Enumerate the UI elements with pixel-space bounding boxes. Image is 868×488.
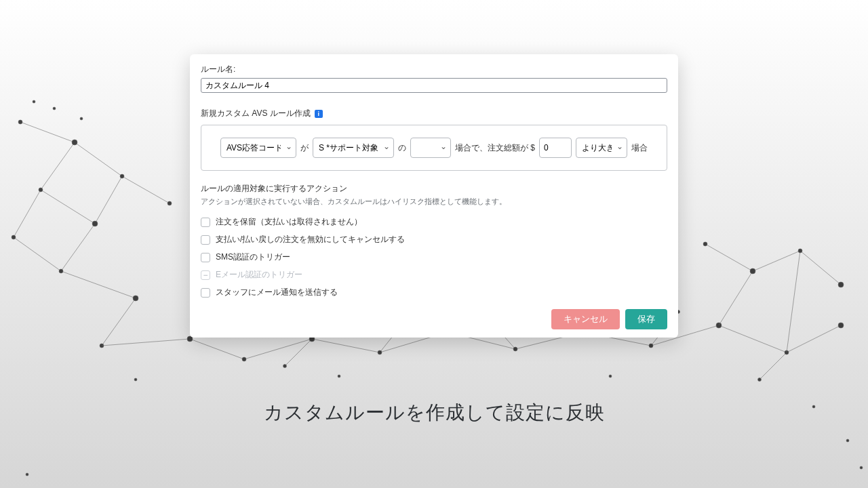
svg-line-56: [753, 251, 800, 271]
svg-point-66: [80, 117, 83, 120]
actions-title: ルールの適用対象に実行するアクション: [201, 183, 667, 195]
txt-ga: が: [300, 142, 309, 154]
new-rule-section-title: 新規カスタム AVS ルール作成 i: [201, 108, 667, 119]
page-caption: カスタムルールを作成して設定に反映: [0, 400, 868, 426]
svg-point-46: [716, 323, 722, 328]
svg-line-31: [787, 325, 841, 352]
svg-point-60: [703, 242, 707, 246]
svg-point-17: [100, 344, 104, 348]
svg-point-48: [838, 323, 844, 328]
svg-point-20: [12, 235, 16, 239]
svg-line-10: [14, 237, 61, 271]
svg-line-58: [719, 271, 753, 325]
svg-line-24: [312, 339, 380, 352]
svg-point-45: [649, 344, 653, 348]
svg-line-8: [122, 176, 170, 203]
check-notify-staff-label: スタッフにメール通知を送信する: [216, 287, 338, 298]
check-void-order[interactable]: 支払い/払い戻しの注文を無効にしてキャンセルする: [201, 234, 667, 245]
svg-point-19: [167, 201, 172, 205]
actions-checklist: 注文を保留（支払いは取得されません） 支払い/払い戻しの注文を無効にしてキャンセ…: [201, 216, 667, 298]
svg-line-57: [800, 251, 841, 285]
check-sms-trigger-box[interactable]: [201, 253, 210, 262]
svg-line-9: [14, 190, 41, 237]
svg-point-18: [120, 174, 124, 178]
new-rule-title-text: 新規カスタム AVS ルール作成: [201, 108, 311, 119]
svg-line-2: [41, 190, 95, 224]
check-hold-order-box[interactable]: [201, 218, 210, 227]
cancel-button[interactable]: キャンセル: [551, 309, 620, 329]
svg-line-6: [75, 142, 122, 176]
txt-case-total: 場合で、注文総額が $: [455, 142, 535, 154]
svg-line-59: [787, 251, 800, 352]
minus-icon: −: [201, 270, 210, 280]
svg-point-12: [72, 140, 77, 145]
svg-point-68: [338, 375, 340, 378]
svg-point-54: [758, 378, 762, 382]
svg-point-11: [18, 120, 22, 124]
svg-point-16: [133, 296, 138, 301]
svg-point-63: [838, 282, 844, 287]
check-sms-trigger-label: SMS認証のトリガー: [216, 251, 290, 263]
check-void-order-label: 支払い/払い戻しの注文を無効にしてキャンセルする: [216, 234, 405, 245]
svg-line-21: [102, 339, 190, 346]
svg-point-41: [378, 350, 382, 354]
check-email-trigger-label: Eメール認証のトリガー: [216, 269, 302, 281]
check-email-trigger: − Eメール認証のトリガー: [201, 269, 667, 281]
support-select[interactable]: S *サポート対象外: [313, 138, 394, 158]
check-notify-staff-box[interactable]: [201, 288, 210, 298]
svg-point-67: [134, 378, 137, 381]
rule-name-input[interactable]: [201, 78, 667, 93]
svg-point-47: [785, 350, 789, 354]
svg-line-23: [244, 339, 312, 359]
save-button[interactable]: 保存: [625, 309, 667, 329]
svg-line-22: [190, 339, 244, 359]
amount-input[interactable]: [539, 138, 572, 158]
check-hold-order[interactable]: 注文を保留（支払いは取得されません）: [201, 216, 667, 228]
info-icon[interactable]: i: [315, 110, 323, 118]
svg-point-73: [26, 473, 28, 476]
blank-select[interactable]: [410, 138, 451, 158]
txt-no: の: [398, 142, 406, 154]
modal-footer: キャンセル 保存: [201, 309, 667, 329]
svg-point-39: [242, 357, 246, 361]
check-hold-order-label: 注文を保留（支払いは取得されません）: [216, 216, 362, 228]
svg-point-50: [283, 365, 287, 368]
svg-point-13: [39, 188, 43, 192]
svg-line-3: [61, 224, 95, 271]
svg-point-61: [750, 268, 755, 274]
check-sms-trigger[interactable]: SMS認証のトリガー: [201, 251, 667, 263]
svg-line-30: [719, 325, 787, 352]
svg-point-72: [860, 466, 863, 469]
check-notify-staff[interactable]: スタッフにメール通知を送信する: [201, 287, 667, 298]
svg-point-65: [53, 107, 56, 110]
svg-line-5: [102, 298, 136, 346]
svg-line-33: [285, 339, 312, 366]
custom-rule-modal: ルール名: 新規カスタム AVS ルール作成 i AVS応答コード が S *サ…: [190, 54, 678, 338]
svg-point-14: [92, 221, 98, 226]
svg-line-1: [41, 142, 75, 190]
svg-line-0: [20, 122, 75, 142]
svg-line-7: [95, 176, 122, 224]
svg-line-55: [705, 244, 753, 271]
svg-point-69: [609, 375, 612, 378]
avs-code-select[interactable]: AVS応答コード: [220, 138, 296, 158]
svg-line-37: [760, 352, 787, 380]
check-void-order-box[interactable]: [201, 235, 210, 245]
svg-point-43: [513, 347, 517, 351]
svg-point-62: [798, 249, 802, 253]
svg-line-4: [61, 271, 136, 298]
rule-builder: AVS応答コード が S *サポート対象外 の 場合で、注文総額が $ より大き…: [201, 125, 667, 171]
txt-case: 場合: [631, 142, 648, 154]
svg-point-71: [846, 439, 849, 442]
comparator-select[interactable]: より大きい: [576, 138, 627, 158]
actions-hint: アクションが選択されていない場合、カスタムルールはハイリスク指標として機能します…: [201, 197, 667, 207]
svg-point-15: [59, 269, 63, 273]
rule-name-label: ルール名:: [201, 64, 667, 75]
svg-point-64: [33, 100, 35, 103]
